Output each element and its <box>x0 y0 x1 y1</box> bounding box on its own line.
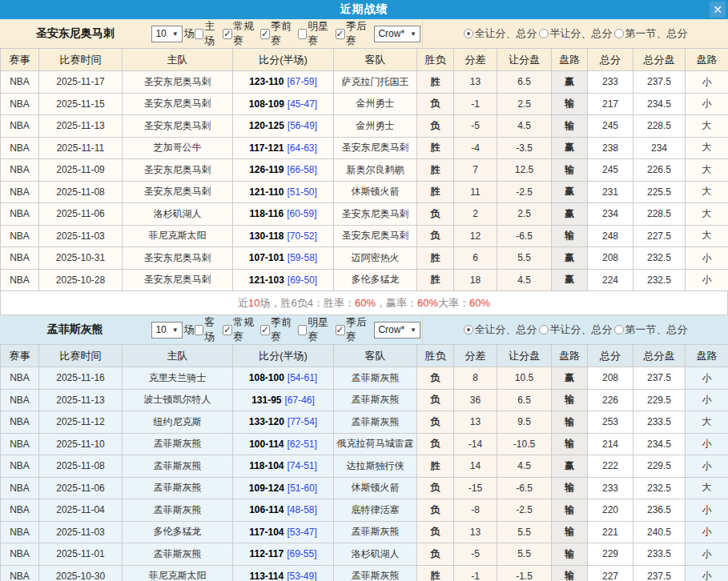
summary-stat: 60% <box>417 297 438 309</box>
cell-win-loss: 负 <box>417 433 454 455</box>
full-time-score: 112-117 <box>249 548 284 559</box>
cell-handicap-line: 5.5 <box>497 543 552 566</box>
cell-away-team: 休斯顿火箭 <box>334 181 417 203</box>
checkbox-label: 常规赛 <box>233 315 260 344</box>
cell-total-points: 220 <box>588 499 633 522</box>
cell-total-points: 227 <box>588 565 633 581</box>
cell-total-points: 222 <box>588 455 633 478</box>
cell-over-under: 小 <box>686 499 728 522</box>
cell-point-diff: -1 <box>454 565 497 581</box>
column-header: 主队 <box>123 49 233 71</box>
cell-total-line: 229.5 <box>633 455 686 478</box>
cell-handicap-line: -6.5 <box>497 477 552 499</box>
cell-total-line: 233.5 <box>633 411 686 434</box>
record-summary: 近 10 场，胜6负4：胜率：60%，赢率：60% 大率：60% <box>0 291 728 315</box>
checkbox-home-venue[interactable]: 主场 <box>195 19 223 48</box>
cell-score: 100-114[62-51] <box>233 433 334 455</box>
game-row: NBA2025-11-17圣安东尼奥马刺123-110[67-59]萨克拉门托国… <box>1 71 728 94</box>
cell-score: 108-109[45-47] <box>233 93 334 115</box>
checkbox-regular-season[interactable]: ✓常规赛 <box>223 19 260 48</box>
cell-home-team: 洛杉矶湖人 <box>123 203 233 226</box>
full-time-score: 108-100 <box>249 372 284 383</box>
radio-first-quarter-handicap-total[interactable]: 第一节、总分 <box>614 323 688 337</box>
checkbox-checked-icon: ✓ <box>336 29 345 39</box>
half-time-score: [59-58] <box>288 252 317 263</box>
summary-stat: 60% <box>355 297 376 309</box>
bookmaker-select-value: Crow* <box>378 324 404 335</box>
cell-away-team: 洛杉矶湖人 <box>334 543 417 566</box>
cell-league: NBA <box>1 137 39 159</box>
cell-date: 2025-10-30 <box>39 565 123 581</box>
cell-total-line: 227.5 <box>633 225 686 247</box>
column-header: 比赛时间 <box>39 49 123 71</box>
cell-win-loss: 负 <box>417 225 454 247</box>
column-header: 比赛时间 <box>39 345 123 367</box>
radio-half-game-handicap-total[interactable]: 半让分、总分 <box>539 26 613 41</box>
bookmaker-select[interactable]: Crow*▼ <box>374 26 420 42</box>
cell-home-team: 孟菲斯灰熊 <box>123 455 233 478</box>
cell-point-diff: -15 <box>454 477 497 499</box>
cell-win-loss: 胜 <box>417 181 454 203</box>
cell-score: 113-114[53-49] <box>233 565 334 581</box>
checkbox-label: 季前赛 <box>271 19 298 48</box>
checkbox-playoffs[interactable]: ✓季后赛 <box>336 19 373 48</box>
radio-full-game-handicap-total[interactable]: 全让分、总分 <box>464 323 537 337</box>
checkbox-preseason[interactable]: ✓季前赛 <box>260 19 298 48</box>
cell-win-loss: 负 <box>417 203 454 226</box>
cell-date: 2025-11-04 <box>39 499 123 522</box>
bookmaker-select[interactable]: Crow*▼ <box>374 322 420 339</box>
cell-handicap-line: 2.5 <box>497 203 552 226</box>
game-row: NBA2025-11-01孟菲斯灰熊112-117[69-55]洛杉矶湖人负-5… <box>1 543 728 566</box>
games-count-select[interactable]: 10▼ <box>151 322 182 339</box>
cell-league: NBA <box>1 521 39 543</box>
column-header: 盘路 <box>686 345 728 367</box>
half-time-score: [74-51] <box>288 460 317 471</box>
close-button[interactable]: ✕ <box>710 2 726 18</box>
half-time-score: [51-50] <box>288 186 317 198</box>
checkbox-all-star[interactable]: 明星赛 <box>298 315 336 344</box>
cell-league: NBA <box>1 433 39 455</box>
checkbox-playoffs[interactable]: ✓季后赛 <box>336 315 373 344</box>
cell-total-line: 234.5 <box>633 433 686 455</box>
checkbox-label: 主场 <box>204 19 223 48</box>
cell-home-team: 孟菲斯灰熊 <box>123 543 233 566</box>
half-time-score: [45-47] <box>288 98 317 110</box>
cell-league: NBA <box>1 565 39 581</box>
checkbox-unchecked-icon <box>298 325 308 335</box>
cell-date: 2025-11-08 <box>39 181 123 203</box>
checkbox-preseason[interactable]: ✓季前赛 <box>260 315 298 344</box>
chevron-down-icon: ▼ <box>410 30 416 38</box>
games-count-select[interactable]: 10▼ <box>151 26 182 42</box>
radio-icon <box>614 325 624 335</box>
cell-handicap-result: 输 <box>552 565 588 581</box>
cell-league: NBA <box>1 203 39 226</box>
checkbox-regular-season[interactable]: ✓常规赛 <box>223 315 260 344</box>
radio-first-quarter-handicap-total[interactable]: 第一节、总分 <box>614 26 688 41</box>
radio-full-game-handicap-total[interactable]: 全让分、总分 <box>464 26 537 41</box>
half-time-score: [70-52] <box>288 230 317 242</box>
games-table-memphis-grizzlies: 赛事比赛时间主队比分(半场)客队胜负分差让分盘盘路总分总分盘盘路NBA2025-… <box>0 344 728 581</box>
cell-score: 133-120[77-54] <box>233 411 334 434</box>
checkbox-label: 常规赛 <box>233 19 260 48</box>
checkbox-all-star[interactable]: 明星赛 <box>298 19 336 48</box>
cell-home-team: 纽约尼克斯 <box>123 411 233 434</box>
games-unit-label: 场 <box>184 323 195 337</box>
cell-score: 126-119[66-58] <box>233 159 334 182</box>
radio-half-game-handicap-total[interactable]: 半让分、总分 <box>539 323 613 337</box>
games-table-san-antonio-spurs: 赛事比赛时间主队比分(半场)客队胜负分差让分盘盘路总分总分盘盘路NBA2025-… <box>0 48 728 291</box>
cell-away-team: 孟菲斯灰熊 <box>334 389 417 411</box>
cell-home-team: 芝加哥公牛 <box>123 137 233 159</box>
cell-win-loss: 胜 <box>417 247 454 270</box>
cell-away-team: 多伦多猛龙 <box>334 269 417 291</box>
cell-date: 2025-11-13 <box>39 389 123 411</box>
column-header: 胜负 <box>417 345 454 367</box>
half-time-score: [51-60] <box>288 483 317 494</box>
cell-total-points: 231 <box>588 181 633 203</box>
full-time-score: 118-116 <box>249 208 284 219</box>
cell-over-under: 大 <box>686 225 728 247</box>
cell-over-under: 大 <box>686 181 728 203</box>
checkbox-unchecked-icon <box>298 29 308 39</box>
checkbox-away-venue[interactable]: 客场 <box>195 315 223 344</box>
sections-container: 圣安东尼奥马刺10▼场主场✓常规赛✓季前赛明星赛✓季后赛Crow*▼全让分、总分… <box>0 19 728 581</box>
cell-over-under: 小 <box>686 247 728 270</box>
